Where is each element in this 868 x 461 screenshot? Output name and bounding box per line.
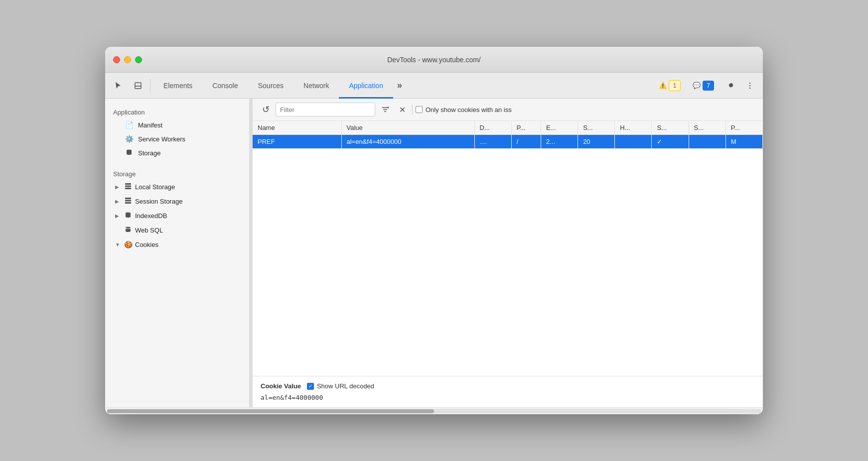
col-header-http[interactable]: H... <box>615 121 652 135</box>
expand-cookies-icon: ▼ <box>115 242 121 247</box>
service-workers-icon: ⚙️ <box>125 135 133 143</box>
col-header-value[interactable]: Value <box>341 121 474 135</box>
svg-rect-6 <box>125 183 131 185</box>
svg-point-3 <box>749 85 750 86</box>
cookies-toolbar: ↺ ✕ Only show cookies w <box>253 99 763 121</box>
warning-badge-button[interactable]: ⚠️ 1 <box>654 78 686 93</box>
warning-count: 1 <box>669 80 681 91</box>
cell-size: 20 <box>578 135 615 149</box>
col-header-secure[interactable]: S... <box>652 121 689 135</box>
window-title: DevTools - www.youtube.com/ <box>387 56 481 64</box>
storage-icon <box>125 149 133 157</box>
url-decoded-checkbox[interactable]: ✓ <box>307 383 314 390</box>
col-header-expires[interactable]: E... <box>541 121 578 135</box>
expand-local-storage-icon: ▶ <box>115 184 121 190</box>
col-header-size[interactable]: S... <box>578 121 615 135</box>
cookies-icon: 🍪 <box>124 240 132 248</box>
cursor-icon[interactable] <box>109 77 127 95</box>
info-badge-button[interactable]: 💬 7 <box>688 79 719 93</box>
main-content: Application 📄 Manifest ⚙️ Service Worker… <box>105 99 763 407</box>
table-header-row: Name Value D... P... E... S... H... S...… <box>253 121 763 135</box>
only-show-label: Only show cookies with an iss <box>416 106 512 114</box>
tab-elements[interactable]: Elements <box>153 73 202 99</box>
cell-expires: 2... <box>541 135 578 149</box>
cookie-value-text: al=en&f4=4000000 <box>261 394 755 401</box>
right-panel: ↺ ✕ Only show cookies w <box>253 99 763 407</box>
dock-icon[interactable] <box>129 77 147 95</box>
web-sql-icon <box>124 226 132 234</box>
cell-domain: .... <box>474 135 511 149</box>
chat-icon: 💬 <box>693 82 701 89</box>
sidebar-item-storage-app[interactable]: Storage <box>107 146 247 160</box>
expand-session-storage-icon: ▶ <box>115 199 121 204</box>
manifest-icon: 📄 <box>125 121 133 129</box>
scrollbar-thumb[interactable] <box>107 409 434 413</box>
minimize-button[interactable] <box>124 56 131 63</box>
toolbar-separator <box>412 105 413 115</box>
sidebar-item-local-storage[interactable]: ▶ Local Storage <box>107 180 247 194</box>
cell-value: al=en&f4=4000000 <box>341 135 474 149</box>
cell-priority: M <box>725 135 762 149</box>
tab-sources[interactable]: Sources <box>248 73 293 99</box>
svg-rect-0 <box>135 83 141 89</box>
tab-bar: Elements Console Sources Network Applica… <box>105 73 763 99</box>
cell-samesite <box>689 135 725 149</box>
tab-actions: ⚠️ 1 💬 7 <box>654 77 759 95</box>
cookie-value-label: Cookie Value <box>261 382 301 390</box>
settings-button[interactable] <box>721 77 739 95</box>
table-row[interactable]: PREF al=en&f4=4000000 .... / 2... 20 ✓ M <box>253 135 763 149</box>
svg-point-17 <box>388 107 389 109</box>
filter-options-icon[interactable] <box>378 103 392 116</box>
url-decoded-label[interactable]: ✓ Show URL decoded <box>307 382 374 390</box>
svg-rect-10 <box>125 200 131 202</box>
sidebar-bottom-scrollbar <box>105 407 763 414</box>
col-header-path[interactable]: P... <box>511 121 541 135</box>
col-header-samesite[interactable]: S... <box>689 121 725 135</box>
sidebar-item-service-workers[interactable]: ⚙️ Service Workers <box>107 132 247 146</box>
cookie-value-header: Cookie Value ✓ Show URL decoded <box>261 382 755 390</box>
sidebar-item-web-sql[interactable]: ▶ Web SQL <box>107 223 247 237</box>
devtools-window: DevTools - www.youtube.com/ Elements Con… <box>105 47 763 414</box>
col-header-domain[interactable]: D... <box>474 121 511 135</box>
application-section-title: Application <box>105 105 249 118</box>
cookies-table: Name Value D... P... E... S... H... S...… <box>253 121 763 376</box>
tab-divider <box>150 79 150 93</box>
cookie-value-panel: Cookie Value ✓ Show URL decoded al=en&f4… <box>253 376 763 407</box>
svg-point-2 <box>749 82 750 83</box>
scrollbar-track[interactable] <box>107 409 761 413</box>
maximize-button[interactable] <box>135 56 142 63</box>
title-bar: DevTools - www.youtube.com/ <box>105 47 763 73</box>
indexeddb-icon <box>124 212 132 220</box>
sidebar: Application 📄 Manifest ⚙️ Service Worker… <box>105 99 250 407</box>
info-count: 7 <box>703 81 714 91</box>
sidebar-item-manifest[interactable]: 📄 Manifest <box>107 118 247 132</box>
cell-secure: ✓ <box>652 135 689 149</box>
local-storage-icon <box>124 183 132 191</box>
more-tabs-button[interactable]: » <box>393 77 406 95</box>
svg-rect-7 <box>125 186 131 187</box>
sidebar-item-cookies[interactable]: ▼ 🍪 Cookies <box>107 237 247 251</box>
close-button[interactable] <box>113 56 120 63</box>
sidebar-item-indexeddb[interactable]: ▶ IndexedDB <box>107 209 247 223</box>
traffic-lights <box>113 56 142 63</box>
tab-console[interactable]: Console <box>202 73 248 99</box>
more-options-button[interactable] <box>741 77 759 95</box>
storage-section-title: Storage <box>105 166 249 180</box>
cell-http <box>615 135 652 149</box>
svg-point-4 <box>749 87 750 88</box>
cell-name: PREF <box>253 135 341 149</box>
sidebar-item-session-storage[interactable]: ▶ Session Storage <box>107 194 247 209</box>
svg-rect-8 <box>125 188 131 189</box>
svg-rect-9 <box>125 198 131 199</box>
expand-indexeddb-icon: ▶ <box>115 213 121 219</box>
cell-path: / <box>511 135 541 149</box>
refresh-button[interactable]: ↺ <box>259 103 273 116</box>
col-header-priority[interactable]: P... <box>725 121 762 135</box>
tab-network[interactable]: Network <box>293 73 339 99</box>
tab-application[interactable]: Application <box>339 73 393 99</box>
clear-cookies-button[interactable]: ✕ <box>395 103 409 116</box>
filter-input[interactable] <box>276 103 375 116</box>
col-header-name[interactable]: Name <box>253 121 341 135</box>
only-show-checkbox[interactable] <box>416 106 423 113</box>
session-storage-icon <box>124 197 132 206</box>
